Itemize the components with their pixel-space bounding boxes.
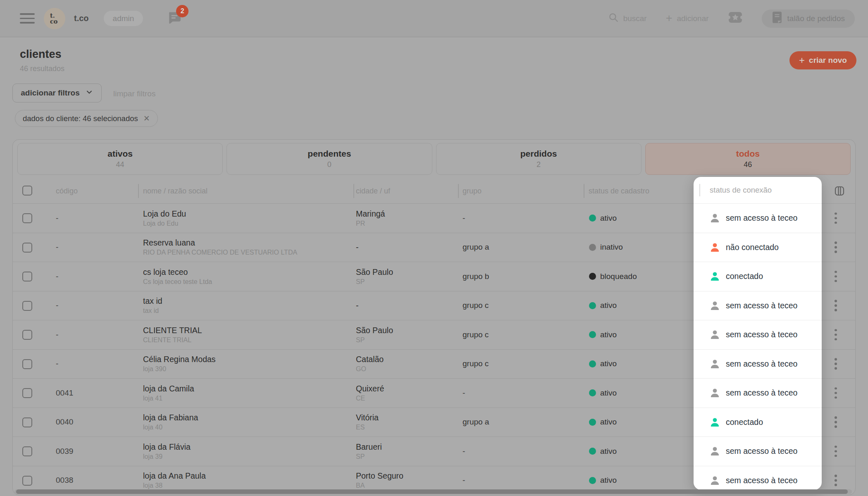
person-icon (709, 271, 720, 282)
cell-codigo: 0039 (56, 447, 73, 456)
cell-group: grupo c (463, 359, 489, 368)
cell-connection-status: sem acesso à teceo (694, 378, 822, 408)
receipt-icon (772, 11, 782, 26)
header-connection-status[interactable]: status de conexão (694, 177, 822, 203)
header-group[interactable]: grupo (463, 186, 482, 195)
cell-group: grupo c (463, 330, 489, 339)
cell-group: - (463, 447, 465, 456)
cell-registration-status: ativo (589, 447, 617, 456)
cell-city: Barueri SP (356, 442, 382, 460)
row-menu-button[interactable] (833, 357, 839, 372)
status-dot-icon (589, 448, 596, 455)
add-button[interactable]: + adicionar (666, 13, 709, 24)
cell-group: grupo c (463, 301, 489, 310)
cell-registration-status: ativo (589, 330, 617, 339)
header-registration-status[interactable]: status de cadastro (589, 186, 649, 195)
row-menu-button[interactable] (833, 240, 839, 255)
header-codigo[interactable]: código (56, 186, 78, 195)
cell-connection-status: sem acesso à teceo (694, 291, 822, 320)
cell-name: loja da Flávia loja 39 (143, 442, 191, 460)
column-settings-icon[interactable] (833, 185, 846, 199)
status-dot-icon (589, 477, 596, 484)
row-checkbox[interactable] (22, 359, 32, 369)
cell-city: Catalão GO (356, 355, 384, 373)
chevron-down-icon (85, 88, 93, 98)
cell-registration-status: ativo (589, 359, 617, 368)
row-checkbox[interactable] (22, 476, 32, 486)
brand-logo[interactable]: t. co (44, 8, 65, 29)
person-icon (709, 242, 720, 253)
connection-status-column-panel: status de conexão sem acesso à teceo não… (694, 177, 822, 490)
cell-name: cs loja teceo Cs loja teceo teste Ltda (143, 267, 212, 286)
row-menu-button[interactable] (833, 473, 839, 488)
cell-registration-status: inativo (589, 243, 623, 252)
person-icon (709, 212, 720, 224)
cell-connection-status: conectado (694, 408, 822, 437)
status-dot-icon (589, 273, 596, 280)
person-icon (709, 475, 720, 486)
status-dot-icon (589, 389, 596, 396)
tab-ativos[interactable]: ativos 44 (17, 143, 223, 175)
row-menu-button[interactable] (833, 327, 839, 342)
cell-name: Reserva luana RIO DA PENHA COMERCIO DE V… (143, 238, 297, 256)
tab-pendentes[interactable]: pendentes 0 (227, 143, 432, 175)
add-filters-button[interactable]: adicionar filtros (12, 83, 102, 103)
chat-button[interactable]: 2 (167, 10, 182, 27)
cell-city: Maringá PR (356, 209, 385, 227)
cell-city: Porto Seguro BA (356, 471, 403, 489)
row-menu-button[interactable] (833, 211, 839, 226)
row-checkbox[interactable] (22, 330, 32, 340)
row-menu-button[interactable] (833, 298, 839, 313)
ticket-star-icon (728, 11, 743, 26)
cell-codigo: - (56, 330, 58, 339)
topbar-actions: buscar + adicionar talão de pedidos (608, 10, 855, 28)
close-icon[interactable]: ✕ (143, 114, 150, 123)
row-menu-button[interactable] (833, 444, 839, 459)
row-checkbox[interactable] (22, 243, 32, 253)
cell-connection-status: sem acesso à teceo (694, 320, 822, 349)
cell-name: tax id tax id (143, 296, 162, 315)
search-icon (608, 12, 619, 25)
cell-connection-status: não conectado (694, 233, 822, 262)
cell-connection-status: sem acesso à teceo (694, 349, 822, 379)
row-menu-button[interactable] (833, 415, 839, 430)
row-checkbox[interactable] (22, 213, 32, 223)
connection-status-cells: sem acesso à teceo não conectado conecta… (694, 203, 822, 490)
cell-codigo: 0041 (56, 389, 73, 398)
row-menu-button[interactable] (833, 386, 839, 401)
row-checkbox[interactable] (22, 272, 32, 281)
row-checkbox[interactable] (22, 388, 32, 398)
row-checkbox[interactable] (22, 301, 32, 311)
horizontal-scrollbar-thumb[interactable] (16, 489, 848, 494)
cell-group: - (463, 476, 465, 485)
row-checkbox[interactable] (22, 446, 32, 456)
cell-name: CLIENTE TRIAL CLIENTE TRIAL (143, 326, 202, 344)
plus-icon: + (666, 13, 672, 24)
order-pad-label: talão de pedidos (787, 14, 845, 23)
header-city[interactable]: cidade / uf (356, 186, 390, 195)
cell-group: grupo b (463, 272, 489, 281)
cell-group: grupo a (463, 243, 489, 252)
row-menu-button[interactable] (833, 269, 839, 284)
cell-group: - (463, 214, 465, 223)
select-all-checkbox[interactable] (22, 186, 32, 196)
column-divider (353, 184, 354, 198)
horizontal-scrollbar[interactable] (14, 489, 852, 494)
create-new-button[interactable]: + criar novo (789, 51, 856, 69)
menu-icon[interactable] (20, 13, 35, 24)
row-checkbox[interactable] (22, 417, 32, 427)
person-icon (709, 446, 720, 457)
header-name[interactable]: nome / razão social (143, 186, 207, 195)
search-button[interactable]: buscar (608, 12, 647, 25)
cell-name: loja da Fabiana loja 40 (143, 413, 198, 431)
cell-city: São Paulo SP (356, 326, 393, 344)
tab-todos[interactable]: todos 46 (645, 143, 851, 175)
clear-filters-button[interactable]: limpar filtros (113, 89, 155, 98)
cell-city: Quixeré CE (356, 384, 384, 402)
order-pad-button[interactable]: talão de pedidos (762, 10, 855, 28)
cell-registration-status: bloqueado (589, 272, 637, 281)
column-divider (138, 184, 139, 198)
cell-name: Loja do Edu Loja do Edu (143, 209, 186, 227)
tab-perdidos[interactable]: perdidos 2 (436, 143, 641, 175)
favorites-button[interactable] (728, 11, 743, 26)
